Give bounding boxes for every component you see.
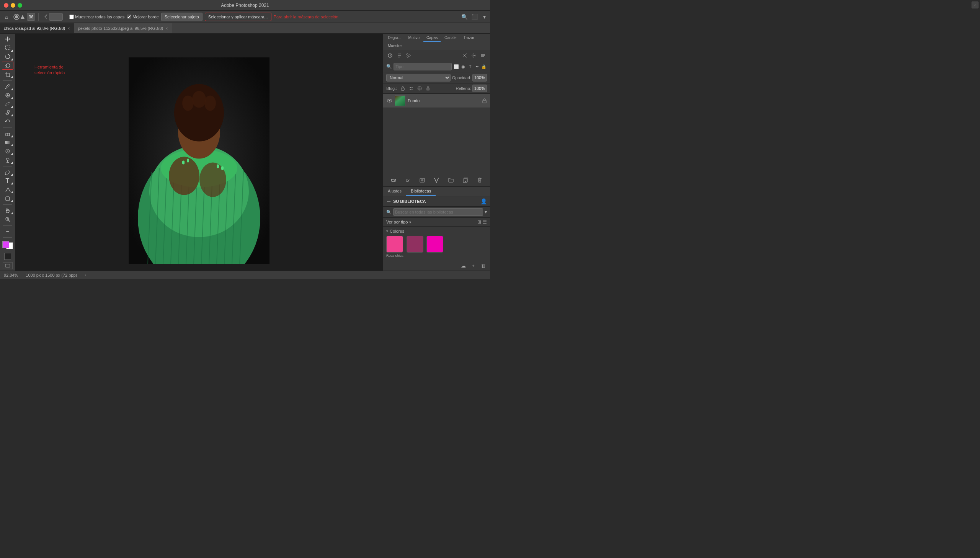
layers-search-input[interactable] xyxy=(394,63,452,71)
extra-tools[interactable]: ••• xyxy=(2,227,13,235)
tab-close-1[interactable]: × xyxy=(67,26,70,31)
tab-chica-rosa[interactable]: chica rosa.psd al 92,8% (RGB/8) × xyxy=(0,23,74,33)
panel-icon-adjustments[interactable] xyxy=(405,52,412,59)
color-item-rosa-chica[interactable]: Rosa chica xyxy=(386,236,404,258)
lasso-tool[interactable] xyxy=(2,53,13,61)
all-layers-checkbox-group[interactable]: Muestrear todas las capas xyxy=(69,15,125,19)
color-item-3[interactable] xyxy=(427,236,443,258)
workspace-icon[interactable]: ⬛ xyxy=(471,13,478,20)
photo-canvas[interactable] xyxy=(129,57,269,264)
screen-mode-button[interactable] xyxy=(3,262,13,269)
colors-chevron-icon[interactable]: ▾ xyxy=(386,229,388,233)
gradient-tool[interactable] xyxy=(2,139,13,146)
lib-delete-button[interactable]: 🗑 xyxy=(479,262,487,269)
layer-filter-smart[interactable]: 🔒 xyxy=(481,64,487,70)
lib-list-view-icon[interactable]: ☰ xyxy=(483,219,487,225)
lock-move-button[interactable] xyxy=(408,85,415,92)
quick-mask-button[interactable] xyxy=(4,253,11,260)
lock-artboard-button[interactable] xyxy=(416,85,423,92)
enhance-border-checkbox-group[interactable]: Mejorar borde xyxy=(127,15,159,19)
color-item-2[interactable] xyxy=(407,236,424,258)
add-adjustment-button[interactable] xyxy=(432,176,441,184)
text-tool[interactable]: T xyxy=(2,177,13,185)
tab-pexels[interactable]: pexels-photo-1125328.jpeg al 96,5% (RGB/… xyxy=(74,23,172,33)
healing-tool[interactable] xyxy=(2,92,13,100)
opacity-value[interactable]: 100% xyxy=(473,74,487,82)
lib-grid-view-icon[interactable]: ⊞ xyxy=(478,219,481,225)
lib-search-dropdown-icon[interactable]: ▾ xyxy=(485,209,487,215)
history-brush-tool[interactable] xyxy=(2,118,13,126)
tab-libraries[interactable]: Bibliotecas xyxy=(406,187,436,196)
lib-view-chevron-icon[interactable]: ▾ xyxy=(409,220,411,224)
zoom-menu-icon[interactable]: ▾ xyxy=(481,13,488,20)
svg-point-1 xyxy=(15,15,18,18)
options-right-icons: 🔍 ⬛ ▾ xyxy=(461,13,488,20)
path-select-tool[interactable] xyxy=(2,185,13,194)
tab-canales[interactable]: Canale xyxy=(442,34,460,42)
delete-layer-button[interactable] xyxy=(476,176,484,184)
apply-mask-button[interactable]: Seleccionar y aplicar máscara... xyxy=(205,13,271,21)
pen-tool[interactable] xyxy=(2,168,13,176)
dodge-tool[interactable] xyxy=(2,156,13,164)
libraries-search: 🔍 ▾ xyxy=(383,207,490,218)
rect-select-tool[interactable] xyxy=(2,44,13,52)
tab-trazados[interactable]: Trazar xyxy=(461,34,478,42)
eyedropper-tool[interactable] xyxy=(2,83,13,91)
canvas-area[interactable]: Herramienta de selección rápida xyxy=(15,34,383,271)
lock-all-button[interactable] xyxy=(425,85,432,92)
fx-button[interactable]: fx xyxy=(404,176,412,184)
zoom-tool[interactable] xyxy=(2,215,13,223)
lib-back-icon[interactable]: ← xyxy=(386,198,392,204)
layer-visibility-toggle[interactable] xyxy=(386,98,392,104)
brush-size-display[interactable]: 36 xyxy=(27,13,35,21)
tab-capas[interactable]: Capas xyxy=(424,34,441,42)
all-layers-checkbox[interactable] xyxy=(69,15,74,19)
foreground-color-swatch[interactable] xyxy=(2,241,9,248)
search-icon[interactable]: 🔍 xyxy=(461,13,468,20)
maximize-button[interactable] xyxy=(18,3,22,8)
minimize-button[interactable] xyxy=(11,3,15,8)
home-button[interactable]: ⌂ xyxy=(2,13,11,21)
select-subject-button[interactable]: Seleccionar sujeto xyxy=(161,13,202,21)
add-group-button[interactable] xyxy=(447,176,455,184)
brush-tool[interactable] xyxy=(2,100,13,108)
link-layers-button[interactable] xyxy=(389,176,398,184)
enhance-border-checkbox[interactable] xyxy=(127,15,131,19)
lib-search-input[interactable] xyxy=(393,208,483,216)
blend-mode-select[interactable]: Normal xyxy=(386,74,451,82)
hand-tool[interactable] xyxy=(2,207,13,215)
close-button[interactable] xyxy=(4,3,8,8)
tab-degradado[interactable]: Degra... xyxy=(385,34,405,42)
blur-tool[interactable] xyxy=(2,147,13,155)
layer-item[interactable]: Fondo xyxy=(383,94,490,108)
tab-motivo[interactable]: Motivo xyxy=(405,34,423,42)
layer-filter-vector[interactable]: ✒ xyxy=(474,64,480,70)
tab-muestras[interactable]: Muestre xyxy=(385,43,405,50)
move-tool[interactable] xyxy=(2,35,13,43)
layer-lock-indicator xyxy=(482,98,487,103)
add-mask-button[interactable] xyxy=(418,176,427,184)
tab-close-2[interactable]: × xyxy=(165,26,167,31)
status-arrow-icon[interactable]: › xyxy=(85,273,86,277)
shape-tool[interactable] xyxy=(2,194,13,202)
new-layer-button[interactable] xyxy=(461,176,470,184)
lib-add-button[interactable]: + xyxy=(469,262,477,269)
panel-icon-history[interactable] xyxy=(386,52,394,59)
lock-pixels-button[interactable] xyxy=(399,85,406,92)
layer-filter-pixel[interactable]: ⬜ xyxy=(453,64,460,70)
crop-tool[interactable] xyxy=(2,71,13,79)
panel-icon-settings[interactable] xyxy=(470,52,478,59)
panel-icon-properties[interactable] xyxy=(396,52,403,59)
layer-filter-text[interactable]: T xyxy=(467,64,473,70)
quick-select-tool[interactable] xyxy=(2,62,13,70)
panel-icon-extra[interactable] xyxy=(479,52,487,59)
lib-user-icon[interactable]: 👤 xyxy=(481,198,487,204)
tab-adjustments[interactable]: Ajustes xyxy=(383,187,406,196)
panel-icon-filter[interactable] xyxy=(461,52,469,59)
fill-value[interactable]: 100% xyxy=(473,85,487,92)
lib-cloud-icon[interactable]: ☁ xyxy=(460,262,467,269)
clone-stamp-tool[interactable] xyxy=(2,109,13,117)
layer-filter-adjustment[interactable]: ◉ xyxy=(460,64,466,70)
angle-input[interactable]: 0° xyxy=(49,13,63,21)
eraser-tool[interactable] xyxy=(2,130,13,138)
